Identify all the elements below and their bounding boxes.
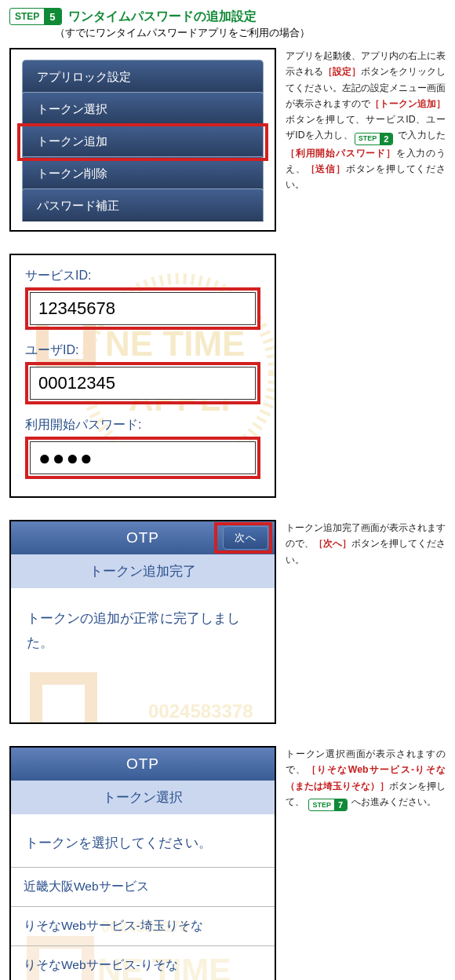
step-word: STEP (10, 11, 44, 22)
step-2-badge: STEP2 (355, 133, 394, 145)
note-text: で入力した (395, 130, 446, 141)
token-item-kinki[interactable]: 近畿大阪Webサービス (11, 867, 275, 906)
token-item-saitama[interactable]: りそなWebサービス-埼玉りそな (11, 906, 275, 945)
note-hl-settings: ［設定］ (323, 66, 361, 77)
otp-title: OTP (126, 529, 159, 547)
page-subtitle: （すでにワンタイムパスワードアプリをご利用の場合） (55, 27, 446, 40)
svg-rect-5 (36, 678, 91, 722)
note-hl-token-add: ［トークン追加］ (370, 98, 446, 109)
page-title: ワンタイムパスワードの追加設定 (68, 9, 257, 25)
menu-item-token-add[interactable]: トークン追加 (22, 124, 264, 157)
otp-body-text: トークンの追加が正常に完了しました。 (11, 588, 275, 674)
step-number: 5 (44, 9, 60, 24)
user-id-field[interactable] (30, 367, 256, 400)
note-hl-start-pw: ［利用開始パスワード］ (286, 148, 396, 159)
note-text: へお進みください。 (349, 796, 436, 807)
settings-menu-frame: アプリロック設定 トークン選択 トークン追加 トークン削除 パスワード補正 (9, 48, 276, 232)
otp-subtitle: トークン選択 (11, 781, 275, 814)
start-pw-label: 利用開始パスワード: (25, 417, 260, 433)
start-pw-field[interactable]: ●●●● (30, 441, 256, 474)
step-7-badge: STEP7 (308, 799, 348, 811)
menu-item-app-lock[interactable]: アプリロック設定 (22, 60, 264, 93)
menu-item-password-fix[interactable]: パスワード補正 (22, 188, 264, 221)
highlight-start-pw: ●●●● (25, 437, 260, 479)
service-id-field[interactable] (30, 292, 256, 325)
otp-body-text: トークンを選択してください。 (11, 814, 275, 867)
settings-note: アプリを起動後、アプリ内の右上に表示される［設定］ボタンをクリックしてください。… (286, 48, 446, 193)
next-button[interactable]: 次へ (223, 526, 268, 550)
note-hl-next: ［次へ］ (314, 538, 351, 549)
token-select-frame: 0024583378 NE TIME OTP トークン選択 トークンを選択してく… (9, 746, 276, 980)
select-note: トークン選択画面が表示されますので、［りそなWebサービス-りそな（または埼玉り… (286, 746, 446, 811)
menu-item-token-delete[interactable]: トークン削除 (22, 156, 264, 189)
highlight-user-id (25, 362, 260, 404)
svg-text:0024583378: 0024583378 (148, 700, 253, 722)
token-add-complete-frame: 0024583378 OTP 次へ トークン追加完了 トークンの追加が正常に完了… (9, 520, 276, 724)
step-5-badge: STEP 5 (9, 8, 62, 25)
otp-title: OTP (126, 755, 159, 773)
menu-item-token-select[interactable]: トークン選択 (22, 92, 264, 125)
token-item-resona[interactable]: りそなWebサービス-りそな (11, 945, 275, 980)
complete-note: トークン追加完了画面が表示されますので、［次へ］ボタンを押してください。 (286, 520, 446, 568)
token-list: 近畿大阪Webサービス りそなWebサービス-埼玉りそな りそなWebサービス-… (11, 867, 275, 980)
note-hl-send: ［送信］ (306, 163, 346, 174)
settings-menu: アプリロック設定 トークン選択 トークン追加 トークン削除 パスワード補正 (11, 49, 275, 230)
otp-title-bar: OTP 次へ (11, 521, 275, 554)
otp-subtitle: トークン追加完了 (11, 554, 275, 588)
highlight-service-id (25, 287, 260, 330)
user-id-label: ユーザID: (25, 342, 260, 359)
otp-title-bar: OTP (11, 748, 275, 781)
form-frame: NE TIME APPLI サービスID: ユーザID: (9, 254, 276, 498)
service-id-label: サービスID: (25, 268, 260, 284)
